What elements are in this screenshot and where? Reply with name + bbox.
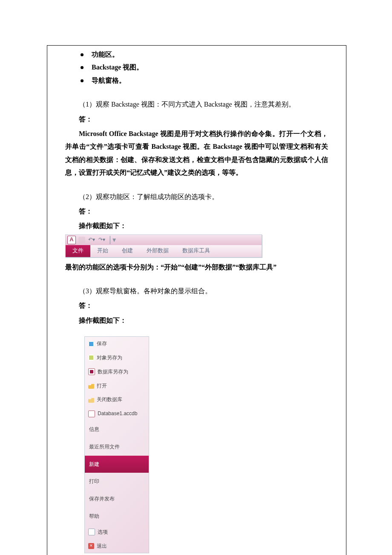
backstage-item[interactable]: 关闭数据库 [85, 393, 149, 407]
backstage-item[interactable]: 对象另存为 [85, 351, 149, 365]
tab-file[interactable]: 文件 [66, 245, 90, 257]
backstage-item-label: 打开 [97, 381, 107, 391]
backstage-item-label: 关闭数据库 [97, 395, 122, 405]
open-icon [88, 383, 94, 389]
opt-icon [88, 529, 95, 535]
backstage-item[interactable]: 保存并发布 [85, 490, 149, 508]
access-logo-icon: A [67, 236, 76, 244]
backstage-item[interactable]: 选项 [85, 525, 149, 539]
feature-bullet-list: 功能区。 Backstage 视图。 导航窗格。 [47, 48, 346, 87]
access-ribbon-screenshot: A ↶▾ ↷▾ │▾ 文件 开始 创建 外部数据 数据库工具 [65, 234, 262, 257]
backstage-item-label: Database1.accdb [98, 409, 137, 419]
backstage-item-label: 数据库另存为 [98, 367, 128, 377]
q1-explanation: Microsoft Office Backstage 视图是用于对文档执行操作的… [65, 127, 328, 179]
backstage-item-label: 退出 [97, 541, 107, 551]
ribbon-tabs: 文件 开始 创建 外部数据 数据库工具 [66, 245, 262, 257]
backstage-item-label: 新建 [89, 460, 99, 469]
save-icon [78, 237, 85, 243]
backstage-item-label: 保存并发布 [89, 494, 115, 504]
db-icon [88, 410, 95, 417]
backstage-item[interactable]: 数据库另存为 [85, 365, 149, 379]
backstage-item[interactable]: ✕退出 [85, 539, 149, 553]
bullet-item: 功能区。 [81, 48, 328, 61]
q2-conclusion: 最初的功能区的选项卡分别为：“开始”“创建”“外部数据”“数据库工具” [65, 261, 328, 274]
q2-prompt: （2）观察功能区：了解组成功能区的选项卡。 [65, 191, 328, 203]
bullet-item: Backstage 视图。 [81, 61, 328, 74]
backstage-item[interactable]: 打印 [85, 473, 149, 490]
backstage-item[interactable]: 最近所用文件 [85, 438, 149, 456]
backstage-item[interactable]: 帮助 [85, 508, 149, 525]
backstage-item-label: 帮助 [89, 512, 99, 521]
backstage-item[interactable]: 打开 [85, 379, 149, 393]
close-icon [88, 397, 94, 403]
dbsave-icon [88, 368, 95, 375]
bullet-item: 导航窗格。 [81, 74, 328, 87]
screenshot-label: 操作截图如下： [65, 220, 328, 232]
question-3: （3）观察导航窗格。各种对象的显示组合。 答： 操作截图如下： 保存对象另存为数… [47, 285, 346, 555]
tab-external-data[interactable]: 外部数据 [140, 245, 176, 257]
backstage-item[interactable]: Database1.accdb [85, 407, 149, 421]
backstage-item-label: 保存 [97, 339, 107, 349]
backstage-item[interactable]: 保存 [85, 337, 149, 351]
redo-icon: ↷▾ [98, 237, 106, 243]
q1-prompt: （1）观察 Backstage 视图：不同方式进入 Backstage 视图，注… [65, 98, 328, 111]
question-2: （2）观察功能区：了解组成功能区的选项卡。 答： 操作截图如下： A ↶▾ ↷▾… [47, 191, 346, 274]
save-icon [88, 341, 94, 347]
quick-access-toolbar: A ↶▾ ↷▾ │▾ [66, 235, 262, 245]
q3-prompt: （3）观察导航窗格。各种对象的显示组合。 [65, 285, 328, 298]
saveas-icon [88, 355, 94, 361]
backstage-item-label: 打印 [89, 477, 99, 486]
backstage-item-label: 最近所用文件 [89, 442, 120, 452]
backstage-item-label: 选项 [98, 527, 108, 537]
backstage-item-label: 信息 [89, 425, 99, 434]
exit-icon: ✕ [88, 543, 94, 549]
backstage-item-label: 对象另存为 [97, 353, 122, 363]
undo-icon: ↶▾ [88, 237, 95, 243]
screenshot-label: 操作截图如下： [65, 314, 328, 327]
backstage-nav-screenshot: 保存对象另存为数据库另存为打开关闭数据库Database1.accdb信息最近所… [84, 336, 149, 553]
question-1: （1）观察 Backstage 视图：不同方式进入 Backstage 视图，注… [47, 98, 346, 126]
answer-label: 答： [65, 299, 328, 312]
page-frame: 功能区。 Backstage 视图。 导航窗格。 （1）观察 Backstage… [47, 45, 346, 555]
backstage-item[interactable]: 信息 [85, 421, 149, 438]
tab-create[interactable]: 创建 [115, 245, 140, 257]
tab-home[interactable]: 开始 [90, 245, 115, 257]
backstage-item[interactable]: 新建 [85, 456, 149, 473]
answer-label: 答： [65, 205, 328, 218]
tab-db-tools[interactable]: 数据库工具 [176, 245, 217, 257]
qat-divider-icon: │▾ [108, 234, 116, 246]
answer-label: 答： [65, 113, 328, 126]
